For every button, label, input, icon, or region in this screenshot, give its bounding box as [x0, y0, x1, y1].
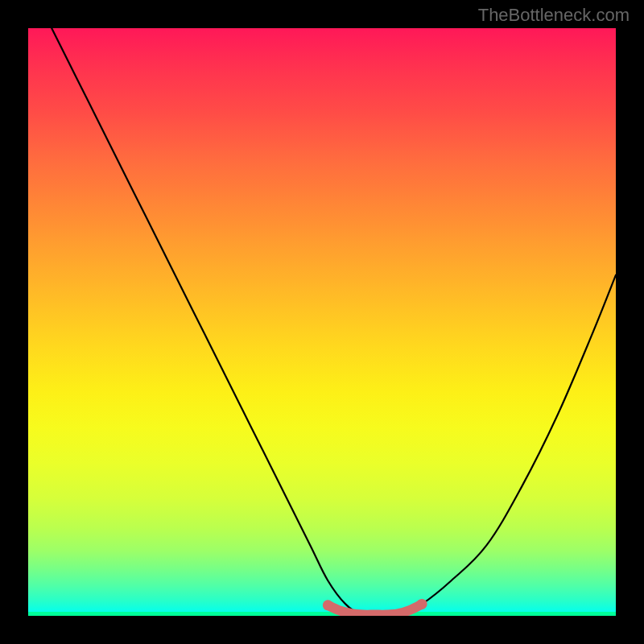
valley-end-dot	[417, 599, 427, 609]
bottleneck-curve	[52, 28, 616, 616]
valley-highlight	[328, 604, 422, 614]
chart-container: TheBottleneck.com	[0, 0, 644, 644]
chart-svg	[28, 28, 616, 616]
plot-area	[28, 28, 616, 616]
watermark-text: TheBottleneck.com	[478, 5, 630, 26]
valley-start-dot	[323, 600, 333, 610]
